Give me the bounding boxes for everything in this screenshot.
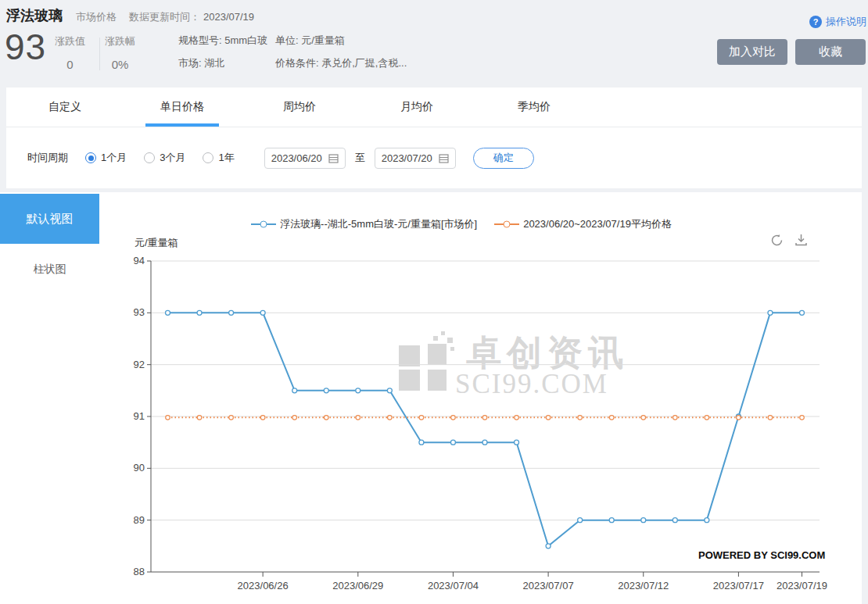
change-pct-label: 涨跌幅 [105,34,135,48]
period-label: 时间周期 [27,151,68,165]
download-icon[interactable] [794,233,809,248]
tab-custom[interactable]: 自定义 [6,88,124,127]
end-date-value: 2023/07/20 [382,152,432,164]
svg-text:90: 90 [134,462,145,474]
change-pct-block: 涨跌幅 0% [105,34,135,71]
start-date-input[interactable]: 2023/06/20 [264,148,346,169]
radio-3month-label: 3个月 [160,151,185,165]
radio-1month-label: 1个月 [101,151,127,165]
tab-bar: 自定义 单日价格 周均价 月均价 季均价 [6,88,862,127]
tab-daily-price[interactable]: 单日价格 [124,88,241,127]
svg-text:2023/07/17: 2023/07/17 [713,580,764,591]
chart-card: 默认视图 柱状图 浮法玻璃--湖北-5mm白玻-元/重量箱[市场价] 2023/… [0,192,862,604]
confirm-button[interactable]: 确定 [473,148,534,169]
favorite-button[interactable]: 收藏 [795,39,866,65]
update-time-label: 数据更新时间： [129,11,200,23]
svg-text:2023/06/26: 2023/06/26 [238,580,289,591]
chart-legend: 浮法玻璃--湖北-5mm白玻-元/重量箱[市场价] 2023/06/20~202… [102,217,821,231]
page-title: 浮法玻璃 [6,6,63,25]
help-label: 操作说明 [826,15,866,29]
change-value: 0 [55,58,85,71]
tab-monthly-avg[interactable]: 月均价 [358,88,475,127]
radio-icon [85,152,96,163]
calendar-icon [328,153,339,163]
market-label: 市场: 湖北 [178,56,224,70]
y-axis-unit-label: 元/重量箱 [135,236,178,250]
tab-weekly-avg[interactable]: 周均价 [241,88,358,127]
legend-label: 2023/06/20~2023/07/19平均价格 [523,217,672,231]
divider [99,38,100,70]
radio-3month[interactable]: 3个月 [144,151,185,165]
svg-text:2023/07/04: 2023/07/04 [428,580,479,591]
unit-label: 单位: 元/重量箱 [275,34,345,48]
chart-toolbar [769,233,809,248]
help-link[interactable]: ? 操作说明 [809,15,866,29]
update-time-value: 2023/07/19 [203,11,254,23]
svg-text:2023/06/29: 2023/06/29 [332,580,383,591]
condition-label: 价格条件: 承兑价,厂提,含税... [275,56,407,70]
svg-text:92: 92 [134,359,145,370]
svg-text:94: 94 [134,255,145,266]
legend-item-average-series[interactable]: 2023/06/20~2023/07/19平均价格 [494,217,672,231]
refresh-icon[interactable] [769,233,784,248]
tab-quarterly-avg[interactable]: 季均价 [475,88,593,127]
radio-1year-label: 1年 [218,151,234,165]
current-price: 93 [5,26,46,68]
spec-label: 规格型号: 5mm白玻 [178,34,267,48]
sidebar-item-bar-chart[interactable]: 柱状图 [0,263,99,277]
svg-text:91: 91 [134,410,145,422]
line-circle-marker-icon [494,223,519,225]
sidebar-item-default-view[interactable]: 默认视图 [0,194,99,244]
svg-text:88: 88 [134,566,145,577]
radio-1month[interactable]: 1个月 [85,151,127,165]
change-value-block: 涨跌值 0 [55,34,85,71]
svg-text:89: 89 [134,514,145,526]
line-circle-marker-icon [251,223,276,225]
tabs-filter-card: 自定义 单日价格 周均价 月均价 季均价 时间周期 1个月 3个月 1年 202… [6,88,862,188]
price-type-label: 市场价格 [76,10,117,24]
radio-1year[interactable]: 1年 [203,151,234,165]
svg-text:2023/07/07: 2023/07/07 [523,580,574,591]
svg-text:2023/07/12: 2023/07/12 [618,580,669,591]
add-compare-button[interactable]: 加入对比 [717,39,787,65]
radio-icon [203,152,213,163]
svg-text:93: 93 [134,306,145,318]
filter-row: 时间周期 1个月 3个月 1年 2023/06/20 至 2023/07/20 … [6,127,862,188]
to-label: 至 [355,151,365,165]
calendar-icon [439,153,449,163]
change-pct: 0% [105,58,135,71]
update-time: 数据更新时间：2023/07/19 [129,10,254,24]
start-date-value: 2023/06/20 [271,152,322,164]
legend-item-price-series[interactable]: 浮法玻璃--湖北-5mm白玻-元/重量箱[市场价] [251,217,477,231]
end-date-input[interactable]: 2023/07/20 [375,148,456,169]
radio-icon [144,152,155,163]
legend-label: 浮法玻璃--湖北-5mm白玻-元/重量箱[市场价] [280,217,477,231]
price-chart-svg: 888990919293942023/06/262023/06/292023/0… [102,250,868,604]
question-icon: ? [809,16,822,28]
change-value-label: 涨跌值 [55,34,85,48]
svg-text:2023/07/19: 2023/07/19 [777,580,827,591]
